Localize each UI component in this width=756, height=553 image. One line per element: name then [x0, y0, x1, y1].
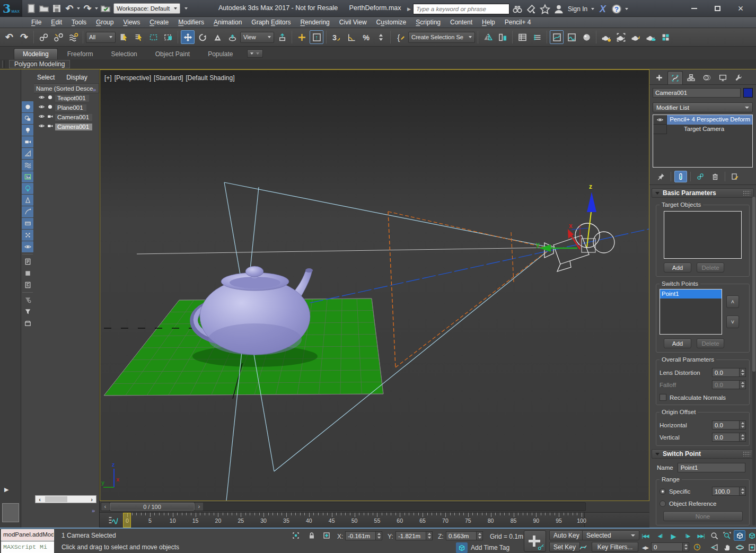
modifier-stack-entry[interactable]: Target Camera: [653, 125, 752, 134]
go-to-end-icon[interactable]: ▶▶|: [695, 531, 707, 541]
target-delete-button[interactable]: Delete: [697, 262, 724, 273]
explorer-expand-icon-bottom[interactable]: »: [92, 507, 95, 514]
zoom-extents-selected-icon[interactable]: [734, 530, 745, 541]
visibility-eye-icon[interactable]: [38, 122, 45, 131]
app-logo-icon[interactable]: 3MAX: [0, 0, 22, 17]
modifier-stack-entry[interactable]: Pencil+ 4 Perspective Deform: [653, 115, 752, 125]
redo-small-icon[interactable]: ↷: [82, 3, 93, 14]
select-and-scale-icon[interactable]: [210, 30, 224, 44]
angle-snap-toggle-icon[interactable]: [344, 30, 358, 44]
object-name-label[interactable]: Plane001: [55, 104, 86, 111]
menu-tools[interactable]: Tools: [67, 17, 91, 27]
display-toggle-filter-settings-icon[interactable]: [22, 294, 33, 305]
edit-named-selection-sets-icon[interactable]: {: [393, 30, 407, 44]
viewport-canvas[interactable]: y x z z x y: [100, 70, 649, 501]
menu-group[interactable]: Group: [91, 17, 118, 27]
display-toggle-bones-icon[interactable]: [22, 195, 33, 206]
recalculate-normals-checkbox[interactable]: [660, 394, 666, 401]
visibility-eye-icon[interactable]: [38, 113, 45, 121]
named-selection-sets-dropdown[interactable]: Create Selection Se: [408, 32, 475, 43]
mini-curve-editor-icon[interactable]: [106, 515, 120, 525]
zoom-all-icon[interactable]: [721, 530, 733, 541]
snap-toggle-3d-icon[interactable]: 3: [329, 30, 343, 44]
track-bar[interactable]: 0510152025303540455055606570758085909510…: [100, 512, 649, 528]
target-objects-list[interactable]: [664, 211, 742, 259]
select-by-name-icon[interactable]: [131, 30, 145, 44]
panel-tab-create-icon[interactable]: [652, 71, 667, 84]
selection-lock-icon[interactable]: [306, 530, 317, 541]
modifier-list-dropdown[interactable]: Modifier List: [653, 102, 753, 112]
object-name-label[interactable]: Teapot001: [55, 95, 89, 102]
menu-help[interactable]: Help: [477, 17, 500, 27]
next-frame-slider-button[interactable]: ›: [195, 503, 203, 511]
display-toggle-list-view-icon[interactable]: [22, 256, 33, 267]
render-in-cloud-icon[interactable]: [644, 30, 657, 44]
close-button[interactable]: ×: [731, 2, 751, 15]
set-keys-button[interactable]: [524, 530, 546, 552]
selection-region-cycle-icon[interactable]: [291, 530, 301, 541]
minimize-button[interactable]: [684, 2, 704, 15]
menu-create[interactable]: Create: [145, 17, 173, 27]
ribbon-tab-modeling[interactable]: Modeling: [14, 48, 58, 59]
flyout-chevron-icon[interactable]: [95, 7, 98, 10]
project-folder-icon[interactable]: [100, 3, 111, 14]
explorer-menu-display[interactable]: Display: [66, 74, 87, 81]
timeline-playhead[interactable]: [123, 513, 131, 528]
layer-explorer-icon[interactable]: [515, 30, 529, 44]
object-reference-none-button[interactable]: None: [663, 511, 743, 521]
remove-modifier-icon[interactable]: [709, 171, 722, 182]
play-icon[interactable]: ▶: [667, 531, 680, 541]
a360-gallery-icon[interactable]: [658, 30, 672, 44]
menu-scripting[interactable]: Scripting: [411, 17, 445, 27]
move-down-button[interactable]: ˅: [726, 315, 739, 328]
pin-stack-icon[interactable]: [655, 171, 667, 182]
modifier-stack[interactable]: Pencil+ 4 Perspective DeformTarget Camer…: [653, 115, 753, 168]
render-production-icon[interactable]: [629, 30, 643, 44]
switch-add-button[interactable]: Add: [664, 338, 691, 348]
viewport-menu-renderer[interactable]: [Standard]: [154, 74, 183, 82]
select-and-rotate-icon[interactable]: [196, 30, 209, 44]
menu-edit[interactable]: Edit: [46, 17, 67, 27]
panel-tab-hierarchy-icon[interactable]: [683, 71, 699, 84]
favorites-star-icon[interactable]: [539, 3, 551, 15]
use-pivot-point-center-icon[interactable]: [275, 30, 289, 44]
display-toggle-helpers-icon[interactable]: [22, 148, 33, 159]
help-chevron-icon[interactable]: [625, 8, 628, 10]
vertical-spinner[interactable]: 0.0: [712, 433, 746, 442]
panel-tab-utilities-icon[interactable]: [731, 71, 746, 84]
orbit-icon[interactable]: [734, 542, 745, 552]
unlink-selection-icon[interactable]: [51, 30, 65, 44]
scroll-right-icon[interactable]: ›: [87, 496, 96, 503]
menu-file[interactable]: File: [27, 17, 46, 27]
switch-delete-button[interactable]: Delete: [697, 338, 724, 348]
menu-animation[interactable]: Animation: [209, 17, 247, 27]
next-frame-icon[interactable]: ‖▶: [681, 531, 694, 541]
display-toggle-panels-icon[interactable]: [22, 218, 33, 229]
sign-in-button[interactable]: Sign In: [568, 5, 587, 13]
add-time-tag-label[interactable]: Add Time Tag: [471, 544, 509, 551]
viewport-menu-shading[interactable]: [Default Shading]: [186, 74, 234, 82]
docked-panel-thumb[interactable]: [2, 503, 19, 522]
field-of-view-icon[interactable]: [708, 542, 720, 552]
zoom-extents-all-icon[interactable]: [746, 530, 756, 541]
menu-civil-view[interactable]: Civil View: [335, 17, 372, 27]
time-slider-handle[interactable]: 0 / 100: [110, 503, 195, 511]
reference-coordinate-system-dropdown[interactable]: View: [240, 32, 274, 43]
percent-snap-toggle-icon[interactable]: %: [359, 30, 373, 44]
z-coordinate-spinner[interactable]: 0.563m: [446, 531, 483, 540]
save-file-icon[interactable]: [51, 3, 63, 14]
set-key-button[interactable]: Set Key: [549, 542, 580, 552]
specific-radio[interactable]: [660, 488, 666, 495]
open-file-icon[interactable]: [38, 3, 50, 14]
undo-icon[interactable]: ↶: [2, 30, 16, 44]
explorer-row-camera001[interactable]: Camera001: [34, 112, 99, 122]
zoom-icon[interactable]: [708, 530, 720, 541]
display-toggle-shapes-icon[interactable]: [22, 113, 33, 124]
sign-in-avatar-icon[interactable]: [553, 3, 565, 15]
select-and-move-icon[interactable]: [181, 30, 195, 44]
time-tag-cube-icon[interactable]: [456, 542, 468, 553]
mirror-icon[interactable]: [481, 30, 495, 44]
x-coordinate-spinner[interactable]: -0.161m: [345, 531, 382, 540]
flyout-chevron-icon[interactable]: [77, 7, 80, 10]
key-mode-icon[interactable]: [578, 542, 588, 552]
